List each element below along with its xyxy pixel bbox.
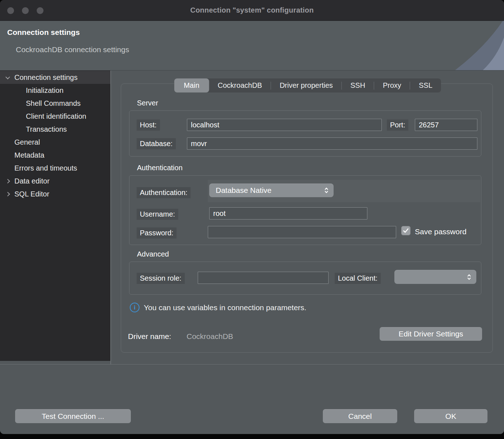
local-client-label: Local Client:	[335, 273, 381, 284]
authentication-group-label: Authentication	[137, 164, 183, 172]
sidebar-item-shell-commands[interactable]: Shell Commands	[0, 97, 110, 110]
driver-name-label: Driver name:	[128, 332, 171, 341]
server-group: Host: Port: Database:	[129, 110, 481, 157]
sidebar-item-transactions[interactable]: Transactions	[0, 123, 110, 136]
main-area: Connection settings Initialization Shell…	[0, 71, 504, 364]
chevron-right-icon[interactable]	[5, 192, 10, 196]
tab-proxy[interactable]: Proxy	[374, 78, 410, 92]
authentication-group: Authentication: Database Native Username…	[129, 175, 481, 245]
sidebar-item-sql-editor[interactable]: SQL Editor	[0, 187, 110, 200]
tab-driver-properties[interactable]: Driver properties	[271, 78, 342, 92]
port-input[interactable]	[415, 119, 477, 131]
sidebar-item-data-editor[interactable]: Data editor	[0, 175, 110, 187]
chevron-down-icon[interactable]	[5, 74, 10, 79]
tab-bar: Main CockroachDB Driver properties SSH P…	[174, 78, 441, 92]
advanced-group: Session role: Local Client:	[129, 262, 481, 295]
sidebar-item-client-identification[interactable]: Client identification	[0, 110, 110, 123]
content-area: Main CockroachDB Driver properties SSH P…	[111, 71, 504, 364]
host-input[interactable]	[187, 119, 382, 131]
chevron-right-icon[interactable]	[5, 179, 10, 184]
test-connection-button[interactable]: Test Connection ...	[15, 409, 131, 423]
window-controls	[7, 7, 43, 14]
connection-config-dialog: Connection "system" configuration Connec…	[0, 0, 504, 434]
username-input[interactable]	[209, 207, 367, 220]
info-icon: i	[130, 303, 139, 312]
main-tab-panel: Server Host: Port: Database: Authenticat…	[121, 83, 493, 353]
password-label: Password:	[137, 227, 177, 239]
banner-decoration	[418, 21, 504, 71]
minimize-button[interactable]	[22, 7, 29, 14]
chevron-up-down-icon	[324, 187, 329, 194]
session-role-input[interactable]	[198, 272, 329, 284]
checkmark-icon	[403, 228, 409, 233]
advanced-group-label: Advanced	[137, 250, 169, 258]
tab-ssh[interactable]: SSH	[342, 78, 374, 92]
tab-ssl[interactable]: SSL	[410, 78, 441, 92]
database-label: Database:	[137, 138, 176, 149]
chevron-up-down-icon	[467, 273, 471, 281]
sidebar-item-metadata[interactable]: Metadata	[0, 149, 110, 162]
edit-driver-settings-button[interactable]: Edit Driver Settings	[380, 327, 482, 341]
username-label: Username:	[137, 209, 178, 220]
zoom-button[interactable]	[37, 7, 43, 14]
sidebar-item-errors-and-timeouts[interactable]: Errors and timeouts	[0, 162, 110, 175]
tab-main[interactable]: Main	[174, 78, 209, 92]
settings-tree: Connection settings Initialization Shell…	[0, 71, 110, 361]
database-input[interactable]	[187, 137, 477, 150]
cancel-button[interactable]: Cancel	[323, 409, 397, 423]
password-input[interactable]	[208, 226, 396, 238]
window-title: Connection "system" configuration	[190, 6, 313, 14]
ok-button[interactable]: OK	[414, 409, 487, 423]
sidebar-item-general[interactable]: General	[0, 136, 110, 149]
save-password-label: Save password	[415, 227, 467, 236]
header-banner: Connection settings CockroachDB connecti…	[0, 21, 504, 71]
tab-cockroachdb[interactable]: CockroachDB	[209, 78, 271, 92]
authentication-select[interactable]: Database Native	[209, 184, 334, 197]
close-button[interactable]	[7, 7, 14, 14]
info-text: You can use variables in connection para…	[144, 303, 306, 312]
driver-name-value: CockroachDB	[187, 332, 233, 341]
server-group-label: Server	[137, 99, 158, 107]
save-password-checkbox[interactable]	[401, 226, 411, 235]
page-subtitle: CockroachDB connection settings	[16, 45, 129, 54]
port-label: Port:	[387, 119, 408, 131]
authentication-label: Authentication:	[137, 187, 191, 198]
host-label: Host:	[137, 119, 160, 131]
dialog-footer: Test Connection ... Cancel OK	[0, 364, 504, 434]
sidebar-item-initialization[interactable]: Initialization	[0, 84, 110, 97]
page-title: Connection settings	[7, 28, 80, 37]
titlebar: Connection "system" configuration	[0, 0, 504, 21]
local-client-select[interactable]	[394, 270, 476, 284]
session-role-label: Session role:	[137, 273, 185, 284]
sidebar-item-connection-settings[interactable]: Connection settings	[0, 71, 110, 84]
